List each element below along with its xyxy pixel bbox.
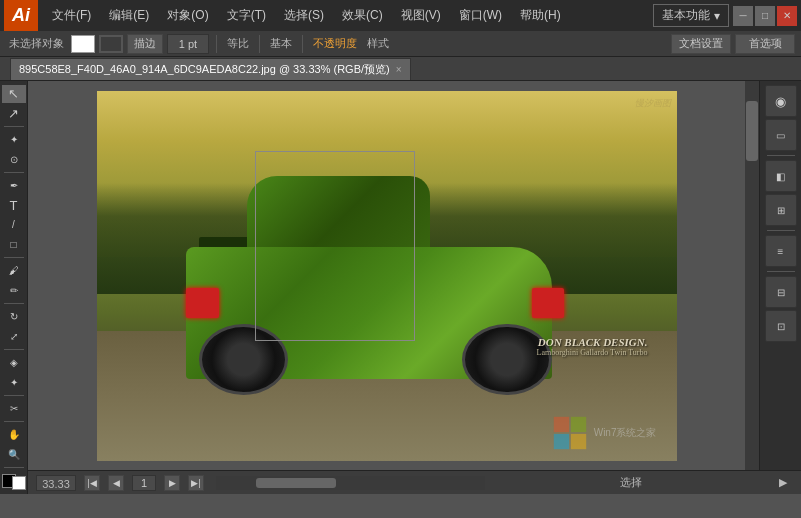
tool-separator2 — [4, 172, 24, 173]
hand-tool[interactable]: ✋ — [2, 426, 26, 444]
tool-separator3 — [4, 257, 24, 258]
close-button[interactable]: ✕ — [777, 6, 797, 26]
gradient-panel-btn[interactable]: ◧ — [765, 160, 797, 192]
style-label: 基本 — [267, 36, 295, 51]
status-label: 选择 — [497, 475, 766, 490]
windows-logo-icon — [552, 415, 588, 451]
workspace-switcher[interactable]: 基本功能 ▾ — [653, 4, 729, 27]
tab-bar: 895C58E8_F40D_46A0_914A_6DC9AEDA8C22.jpg… — [0, 57, 801, 81]
line-tool[interactable]: / — [2, 216, 26, 234]
selection-tool[interactable]: ↖ — [2, 85, 26, 103]
tool-separator — [4, 126, 24, 127]
pencil-tool[interactable]: ✏ — [2, 282, 26, 300]
eyedropper-tool[interactable]: ✦ — [2, 373, 26, 391]
left-toolbar: ↖ ↗ ✦ ⊙ ✒ T / □ 🖌 ✏ ↻ ⤢ ◈ ✦ ✂ ✋ 🔍 — [0, 81, 28, 494]
car-taillight-left — [186, 288, 218, 319]
scroll-arrow-right[interactable]: ▶ — [773, 476, 793, 489]
svg-rect-3 — [571, 433, 586, 448]
color-selector[interactable] — [2, 474, 26, 490]
canvas-area[interactable]: DON BLACK DESIGN. Lamborghini Gallardo T… — [28, 81, 745, 470]
car-image — [166, 176, 572, 380]
style2-label: 样式 — [364, 36, 392, 51]
align-panel-btn[interactable]: ⊟ — [765, 276, 797, 308]
tool-separator7 — [4, 421, 24, 422]
rect-tool[interactable]: □ — [2, 236, 26, 254]
rp-separator3 — [767, 271, 795, 272]
blend-tool[interactable]: ◈ — [2, 354, 26, 372]
vertical-scrollbar[interactable] — [745, 81, 759, 470]
document-image: DON BLACK DESIGN. Lamborghini Gallardo T… — [97, 91, 677, 461]
menu-text[interactable]: 文字(T) — [219, 3, 274, 28]
first-page-btn[interactable]: |◀ — [84, 475, 100, 491]
zoom-mode-label: 等比 — [224, 36, 252, 51]
prev-page-btn[interactable]: ◀ — [108, 475, 124, 491]
status-bar: 33.33 |◀ ◀ ▶ ▶| 选择 ▶ — [28, 470, 801, 494]
image-title-text: DON BLACK DESIGN. — [537, 336, 648, 348]
right-panel: ◉ ▭ ◧ ⊞ ≡ ⊟ ⊡ — [759, 81, 801, 470]
tool-separator8 — [4, 467, 24, 468]
lasso-tool[interactable]: ⊙ — [2, 151, 26, 169]
menu-edit[interactable]: 编辑(E) — [101, 3, 157, 28]
transform-panel-btn[interactable]: ⊡ — [765, 310, 797, 342]
main-content: ↖ ↗ ✦ ⊙ ✒ T / □ 🖌 ✏ ↻ ⤢ ◈ ✦ ✂ ✋ 🔍 — [0, 81, 801, 494]
menu-help[interactable]: 帮助(H) — [512, 3, 569, 28]
separator3 — [302, 35, 303, 53]
separator — [216, 35, 217, 53]
horizontal-scrollbar[interactable] — [216, 476, 485, 490]
scale-tool[interactable]: ⤢ — [2, 327, 26, 345]
type-tool[interactable]: T — [2, 196, 26, 214]
car-wheel-left — [199, 324, 288, 395]
color-panel-btn[interactable]: ◉ — [765, 85, 797, 117]
win7-text: Win7系统之家 — [594, 426, 657, 440]
control-bar: 未选择对象 描边 等比 基本 不透明度 样式 文档设置 首选项 — [0, 31, 801, 57]
image-subtitle-text: Lamborghini Gallardo Twin Turbo — [537, 348, 648, 357]
svg-rect-2 — [554, 433, 569, 448]
maximize-button[interactable]: □ — [755, 6, 775, 26]
stroke-panel-btn[interactable]: ▭ — [765, 119, 797, 151]
opacity-label[interactable]: 不透明度 — [310, 36, 360, 51]
stroke-color-btn[interactable] — [99, 35, 123, 53]
canvas-area-container: DON BLACK DESIGN. Lamborghini Gallardo T… — [28, 81, 801, 494]
menu-window[interactable]: 窗口(W) — [451, 3, 510, 28]
preferences-btn[interactable]: 首选项 — [735, 34, 795, 54]
tab-close-btn[interactable]: × — [396, 64, 402, 75]
stroke-weight-input[interactable] — [167, 34, 209, 54]
paintbrush-tool[interactable]: 🖌 — [2, 262, 26, 280]
rp-separator2 — [767, 230, 795, 231]
fill-color-btn[interactable] — [71, 35, 95, 53]
appearance-panel-btn[interactable]: ⊞ — [765, 194, 797, 226]
pen-tool[interactable]: ✒ — [2, 177, 26, 195]
rp-separator — [767, 155, 795, 156]
menu-bar: 文件(F) 编辑(E) 对象(O) 文字(T) 选择(S) 效果(C) 视图(V… — [44, 3, 653, 28]
hscroll-thumb[interactable] — [256, 478, 336, 488]
rotate-tool[interactable]: ↻ — [2, 308, 26, 326]
zoom-view-tool[interactable]: 🔍 — [2, 446, 26, 464]
vscroll-thumb[interactable] — [746, 101, 758, 161]
next-page-btn[interactable]: ▶ — [164, 475, 180, 491]
workspace-label: 基本功能 — [662, 7, 710, 24]
scissors-tool[interactable]: ✂ — [2, 400, 26, 418]
stroke-weight-dropdown[interactable]: 描边 — [127, 34, 163, 54]
layers-panel-btn[interactable]: ≡ — [765, 235, 797, 267]
menu-view[interactable]: 视图(V) — [393, 3, 449, 28]
page-number-input[interactable] — [132, 475, 156, 491]
magic-wand-tool[interactable]: ✦ — [2, 131, 26, 149]
document-tab[interactable]: 895C58E8_F40D_46A0_914A_6DC9AEDA8C22.jpg… — [10, 58, 411, 80]
svg-rect-0 — [554, 416, 569, 431]
separator2 — [259, 35, 260, 53]
app-logo: Ai — [4, 0, 38, 31]
menu-select[interactable]: 选择(S) — [276, 3, 332, 28]
menu-effect[interactable]: 效果(C) — [334, 3, 391, 28]
direct-selection-tool[interactable]: ↗ — [2, 105, 26, 123]
minimize-button[interactable]: ─ — [733, 6, 753, 26]
car-taillight-right — [532, 288, 564, 319]
menu-object[interactable]: 对象(O) — [159, 3, 216, 28]
stroke-label: 描边 — [134, 36, 156, 51]
last-page-btn[interactable]: ▶| — [188, 475, 204, 491]
image-text-block: DON BLACK DESIGN. Lamborghini Gallardo T… — [537, 336, 648, 357]
title-bar: Ai 文件(F) 编辑(E) 对象(O) 文字(T) 选择(S) 效果(C) 视… — [0, 0, 801, 31]
zoom-level: 33.33 — [36, 475, 76, 491]
menu-file[interactable]: 文件(F) — [44, 3, 99, 28]
tool-separator5 — [4, 349, 24, 350]
doc-settings-btn[interactable]: 文档设置 — [671, 34, 731, 54]
